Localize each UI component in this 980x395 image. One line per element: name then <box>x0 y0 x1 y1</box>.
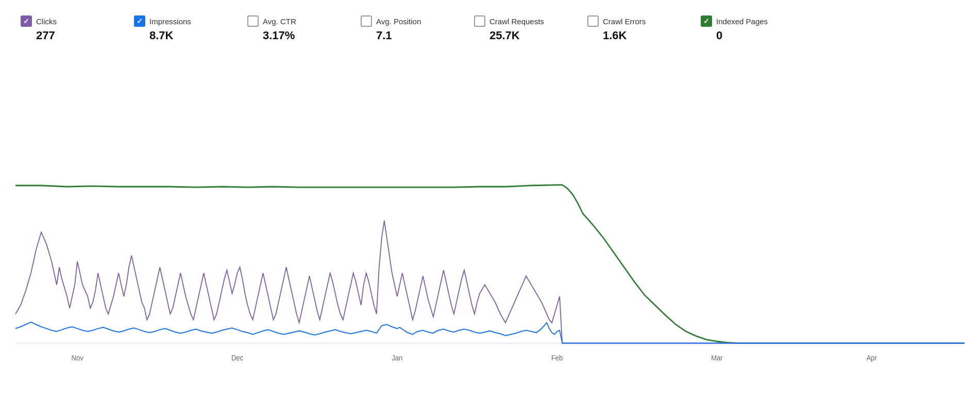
metric-value-indexed-pages: 0 <box>701 29 799 42</box>
metric-header-clicks: ✓Clicks <box>21 15 119 27</box>
metric-item-indexed-pages[interactable]: ✓Indexed Pages0 <box>696 10 809 47</box>
checkmark-indexed-pages: ✓ <box>703 18 709 25</box>
checkbox-avg-position[interactable] <box>361 15 372 27</box>
svg-text:Feb: Feb <box>551 354 563 363</box>
checkbox-crawl-errors[interactable] <box>587 15 599 27</box>
metric-item-crawl-errors[interactable]: Crawl Errors1.6K <box>582 10 696 47</box>
metric-header-crawl-errors: Crawl Errors <box>587 15 685 27</box>
metric-item-crawl-requests[interactable]: Crawl Requests25.7K <box>469 10 582 47</box>
checkbox-clicks[interactable]: ✓ <box>21 15 32 27</box>
svg-text:Dec: Dec <box>231 354 243 363</box>
checkbox-crawl-requests[interactable] <box>474 15 485 27</box>
metric-header-crawl-requests: Crawl Requests <box>474 15 572 27</box>
svg-text:Nov: Nov <box>72 354 83 363</box>
metric-item-avg-position[interactable]: Avg. Position7.1 <box>356 10 469 47</box>
metric-header-indexed-pages: ✓Indexed Pages <box>701 15 799 27</box>
metric-value-avg-position: 7.1 <box>361 29 459 42</box>
checkmark-clicks: ✓ <box>23 18 29 25</box>
metric-value-impressions: 8.7K <box>134 29 232 42</box>
metric-value-crawl-errors: 1.6K <box>587 29 685 42</box>
metric-label-crawl-requests: Crawl Requests <box>489 17 544 26</box>
metric-label-indexed-pages: Indexed Pages <box>716 17 768 26</box>
svg-text:Jan: Jan <box>392 354 402 363</box>
metric-value-crawl-requests: 25.7K <box>474 29 572 42</box>
metric-label-avg-ctr: Avg. CTR <box>263 17 296 26</box>
checkmark-impressions: ✓ <box>137 18 143 25</box>
metric-label-avg-position: Avg. Position <box>376 17 421 26</box>
line-chart: Nov Dec Jan Feb Mar Apr <box>15 63 965 390</box>
metric-label-crawl-errors: Crawl Errors <box>603 17 646 26</box>
svg-text:Apr: Apr <box>867 354 877 363</box>
metrics-row: ✓Clicks277✓Impressions8.7KAvg. CTR3.17%A… <box>15 10 965 47</box>
metric-header-avg-position: Avg. Position <box>361 15 459 27</box>
checkbox-indexed-pages[interactable]: ✓ <box>701 15 712 27</box>
svg-text:Mar: Mar <box>711 354 723 363</box>
metric-header-impressions: ✓Impressions <box>134 15 232 27</box>
metric-value-clicks: 277 <box>21 29 119 42</box>
metric-label-impressions: Impressions <box>149 17 191 26</box>
main-container: ✓Clicks277✓Impressions8.7KAvg. CTR3.17%A… <box>0 0 980 395</box>
metric-value-avg-ctr: 3.17% <box>247 29 345 42</box>
metric-item-impressions[interactable]: ✓Impressions8.7K <box>129 10 242 47</box>
checkbox-avg-ctr[interactable] <box>247 15 259 27</box>
metric-header-avg-ctr: Avg. CTR <box>247 15 345 27</box>
metric-label-clicks: Clicks <box>36 17 57 26</box>
metric-item-avg-ctr[interactable]: Avg. CTR3.17% <box>242 10 356 47</box>
metric-item-clicks[interactable]: ✓Clicks277 <box>15 10 129 47</box>
checkbox-impressions[interactable]: ✓ <box>134 15 145 27</box>
chart-area: Nov Dec Jan Feb Mar Apr <box>15 63 965 390</box>
